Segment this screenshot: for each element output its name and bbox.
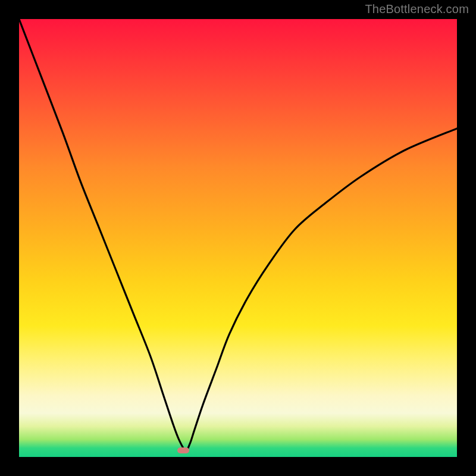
watermark-text: TheBottleneck.com <box>365 2 469 16</box>
chart-frame: TheBottleneck.com <box>0 0 476 476</box>
bottleneck-curve <box>19 19 457 457</box>
plot-area <box>19 19 457 457</box>
minimum-marker <box>177 447 189 453</box>
